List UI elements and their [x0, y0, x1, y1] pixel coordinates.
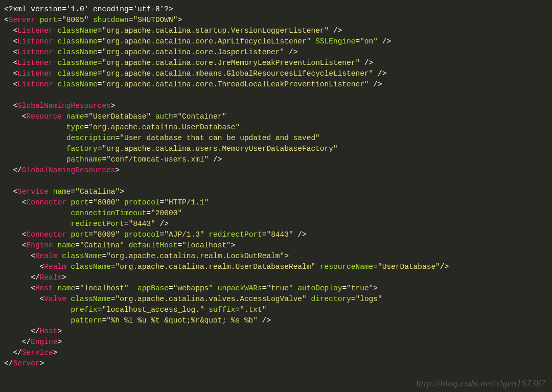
- code-line: </Host>: [4, 327, 62, 335]
- token-str: "User database that can be updated and s…: [120, 134, 320, 142]
- token-br: <: [4, 16, 9, 24]
- token-br: [4, 123, 66, 131]
- token-br: [62, 112, 66, 121]
- token-str: "org.apache.catalina.valves.AccessLogVal…: [116, 295, 307, 303]
- token-br: =: [102, 252, 106, 260]
- token-br: </: [4, 359, 13, 367]
- token-br: =: [88, 230, 93, 239]
- token-br: >: [373, 284, 378, 292]
- token-tag: Engine: [31, 338, 57, 346]
- token-br: <: [4, 295, 44, 303]
- token-br: [204, 306, 209, 314]
- code-line: </Realm>: [4, 273, 66, 282]
- token-tag: Host: [35, 284, 53, 292]
- token-br: >: [177, 16, 182, 24]
- token-br: [4, 134, 66, 142]
- token-br: =: [160, 230, 165, 239]
- token-str: "%h %l %u %t &quot;%r&quot; %s %b": [106, 316, 258, 325]
- token-tag: Listener: [17, 59, 53, 67]
- token-br: =: [88, 198, 93, 206]
- code-line: </Service>: [4, 349, 57, 357]
- token-tag: Server: [9, 16, 35, 24]
- token-attr: className: [71, 263, 111, 271]
- token-br: [120, 198, 124, 206]
- token-str: "localhost": [182, 241, 231, 249]
- token-attr: name: [66, 112, 84, 121]
- token-attr: className: [57, 27, 97, 35]
- token-tag: Listener: [17, 70, 53, 78]
- token-tag: Host: [40, 327, 58, 335]
- token-pi: xml version: [13, 5, 62, 13]
- code-line: connectionTimeout="20000": [4, 209, 182, 217]
- token-str: "on": [360, 37, 378, 45]
- token-br: <: [4, 27, 17, 35]
- token-br: <: [4, 252, 35, 260]
- token-br: =: [111, 295, 116, 303]
- token-br: >: [40, 359, 44, 367]
- token-br: [4, 306, 71, 314]
- token-attr: unpackWARs: [218, 284, 262, 292]
- token-attr: className: [57, 80, 97, 88]
- token-str: "20000": [151, 209, 182, 217]
- code-line: <Listener className="org.apache.catalina…: [4, 70, 386, 78]
- token-br: [4, 145, 66, 153]
- token-br: [66, 198, 71, 206]
- token-tag: Realm: [35, 252, 58, 260]
- token-br: >: [62, 273, 66, 282]
- token-br: [57, 252, 62, 260]
- token-br: [311, 37, 315, 45]
- token-attr: shutdown: [93, 16, 129, 24]
- code-line: <Engine name="Catalina" defaultHost="loc…: [4, 241, 236, 249]
- code-line: <Listener className="org.apache.catalina…: [4, 37, 391, 45]
- token-str: "8009": [93, 230, 120, 239]
- token-pi: 'utf-8': [133, 5, 164, 13]
- token-attr: description: [66, 134, 116, 142]
- token-attr: redirectPort: [209, 230, 262, 239]
- token-br: <: [4, 230, 27, 239]
- token-br: [88, 16, 93, 24]
- token-br: >: [120, 188, 124, 196]
- code-line: <Realm className="org.apache.catalina.re…: [4, 263, 449, 271]
- token-br: />: [258, 316, 271, 325]
- token-attr: defaultHost: [129, 241, 178, 249]
- token-str: ".txt": [240, 306, 266, 314]
- token-attr: resourceName: [320, 263, 373, 271]
- token-attr: redirectPort: [71, 220, 124, 228]
- token-pi: =: [62, 5, 66, 13]
- code-line: <Server port="8005" shutdown="SHUTDOWN">: [4, 16, 182, 24]
- token-br: [66, 263, 71, 271]
- token-tag: Service: [17, 188, 49, 196]
- token-br: </: [4, 349, 22, 357]
- token-br: [213, 284, 218, 292]
- token-br: <: [4, 198, 27, 206]
- token-br: </: [4, 166, 22, 174]
- token-br: >: [231, 241, 236, 249]
- token-str: "8080": [93, 198, 120, 206]
- token-br: />: [155, 220, 169, 228]
- token-br: =: [75, 284, 80, 292]
- token-br: />: [284, 48, 297, 56]
- watermark-text: http://blog.csdn.net/xlgen157387: [416, 378, 546, 389]
- token-str: "localhost": [80, 284, 129, 292]
- token-attr: className: [57, 48, 97, 56]
- token-attr: port: [71, 198, 89, 206]
- token-str: "org.apache.catalina.users.MemoryUserDat…: [102, 145, 337, 153]
- code-line: type="org.apache.catalina.UserDatabase": [4, 123, 240, 131]
- token-attr: port: [71, 230, 89, 239]
- token-pi: ?>: [164, 5, 173, 13]
- token-br: =: [75, 241, 80, 249]
- token-br: <: [4, 284, 35, 292]
- token-br: >: [116, 166, 120, 174]
- token-attr: className: [62, 252, 102, 260]
- code-line: <Valve className="org.apache.catalina.va…: [4, 295, 382, 303]
- token-br: <: [4, 188, 17, 196]
- token-attr: factory: [66, 145, 98, 153]
- token-br: [66, 295, 71, 303]
- token-br: >: [57, 338, 62, 346]
- token-br: =: [71, 188, 76, 196]
- token-str: "org.apache.catalina.startup.VersionLogg…: [102, 27, 329, 35]
- token-str: "org.apache.catalina.mbeans.GlobalResour…: [102, 70, 373, 78]
- token-tag: Server: [13, 359, 39, 367]
- token-tag: Connector: [27, 198, 66, 206]
- code-line: pathname="conf/tomcat-users.xml" />: [4, 155, 222, 164]
